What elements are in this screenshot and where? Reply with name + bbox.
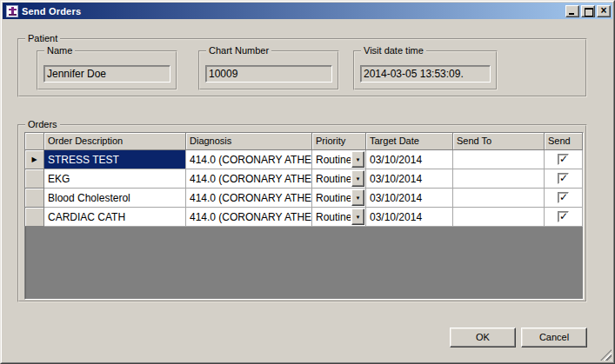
table-row: ▶STRESS TEST414.0 (CORONARY ATHE...Routi… (25, 150, 583, 169)
chart-number-field[interactable]: 10009 (205, 65, 332, 83)
order-description-cell[interactable]: EKG (44, 169, 186, 189)
table-row: CARDIAC CATH414.0 (CORONARY ATHE...Routi… (25, 208, 583, 227)
priority-value: Routine (312, 189, 351, 207)
minimize-icon[interactable] (565, 5, 579, 17)
chevron-down-icon: ▼ (356, 157, 361, 162)
priority-combobox[interactable]: Routine▼ (312, 208, 366, 227)
priority-value: Routine (312, 150, 351, 169)
close-icon[interactable] (597, 5, 611, 17)
order-description-cell[interactable]: STRESS TEST (44, 150, 186, 169)
send-orders-dialog: Send Orders Patient Name Jennifer Doe Ch… (0, 0, 615, 364)
priority-dropdown-button[interactable]: ▼ (351, 189, 364, 206)
window-title: Send Orders (22, 6, 564, 17)
cancel-button[interactable]: Cancel (521, 328, 587, 347)
send-to-cell[interactable] (453, 150, 545, 169)
chevron-down-icon: ▼ (356, 176, 361, 182)
chevron-down-icon: ▼ (356, 215, 361, 220)
send-checkbox[interactable] (558, 192, 569, 203)
priority-dropdown-button[interactable]: ▼ (351, 208, 364, 225)
send-checkbox[interactable] (558, 154, 569, 165)
patient-group: Patient Name Jennifer Doe Chart Number 1… (17, 38, 587, 97)
target-date-cell[interactable]: 03/10/2014 (366, 189, 453, 208)
order-description-cell[interactable]: Blood Cholesterol (44, 189, 186, 208)
chart-number-label: Chart Number (206, 45, 271, 56)
visit-date-time-label: Visit date time (361, 45, 426, 56)
priority-value: Routine (312, 169, 351, 188)
column-header[interactable]: Send To (453, 133, 545, 150)
visit-date-time-field[interactable]: 2014-03-05 13:53:09. (360, 65, 491, 83)
target-date-cell[interactable]: 03/10/2014 (366, 150, 453, 169)
column-header[interactable]: Target Date (366, 133, 453, 150)
send-to-cell[interactable] (453, 189, 545, 208)
row-selector[interactable]: ▶ (25, 150, 44, 169)
column-header[interactable]: Diagnosis (186, 133, 312, 150)
order-description-cell[interactable]: CARDIAC CATH (44, 208, 186, 227)
orders-group-label: Orders (25, 119, 60, 130)
row-selector[interactable] (25, 169, 44, 189)
send-cell[interactable] (545, 150, 583, 169)
diagnosis-cell[interactable]: 414.0 (CORONARY ATHE... (186, 189, 312, 208)
send-checkbox[interactable] (558, 173, 569, 184)
send-checkbox[interactable] (558, 211, 569, 222)
target-date-cell[interactable]: 03/10/2014 (366, 169, 453, 189)
patient-group-label: Patient (25, 33, 60, 44)
priority-dropdown-button[interactable]: ▼ (351, 151, 364, 168)
row-marker-header[interactable] (25, 133, 44, 150)
selected-row-arrow-icon: ▶ (31, 156, 37, 163)
name-label: Name (44, 45, 75, 56)
row-selector[interactable] (25, 208, 44, 227)
column-header[interactable]: Priority (312, 133, 366, 150)
ok-button[interactable]: OK (450, 328, 516, 347)
title-bar[interactable]: Send Orders (3, 3, 612, 19)
send-cell[interactable] (545, 169, 583, 189)
priority-value: Routine (312, 208, 351, 226)
priority-dropdown-button[interactable]: ▼ (351, 170, 364, 187)
table-row: Blood Cholesterol414.0 (CORONARY ATHE...… (25, 189, 583, 208)
diagnosis-cell[interactable]: 414.0 (CORONARY ATHE... (186, 169, 312, 189)
column-header[interactable]: Send (545, 133, 583, 150)
visit-date-time-group: Visit date time 2014-03-05 13:53:09. (353, 50, 498, 90)
orders-group: Orders Order DescriptionDiagnosisPriorit… (17, 124, 587, 302)
send-cell[interactable] (545, 189, 583, 208)
priority-combobox[interactable]: Routine▼ (312, 189, 366, 208)
grid-header-row: Order DescriptionDiagnosisPriorityTarget… (25, 133, 583, 150)
dialog-frame: Send Orders Patient Name Jennifer Doe Ch… (1, 1, 614, 363)
send-to-cell[interactable] (453, 208, 545, 227)
maximize-icon[interactable] (581, 5, 595, 17)
chevron-down-icon: ▼ (356, 195, 361, 201)
priority-combobox[interactable]: Routine▼ (312, 169, 366, 189)
send-cell[interactable] (545, 208, 583, 227)
medical-cross-icon (6, 5, 18, 17)
target-date-cell[interactable]: 03/10/2014 (366, 208, 453, 227)
row-selector[interactable] (25, 189, 44, 208)
diagnosis-cell[interactable]: 414.0 (CORONARY ATHE... (186, 150, 312, 169)
resize-grip[interactable] (600, 349, 612, 361)
send-to-cell[interactable] (453, 169, 545, 189)
priority-combobox[interactable]: Routine▼ (312, 150, 366, 169)
orders-grid[interactable]: Order DescriptionDiagnosisPriorityTarget… (24, 132, 584, 300)
column-header[interactable]: Order Description (44, 133, 186, 150)
name-group: Name Jennifer Doe (37, 50, 177, 90)
chart-number-group: Chart Number 10009 (198, 50, 339, 90)
diagnosis-cell[interactable]: 414.0 (CORONARY ATHE... (186, 208, 312, 227)
patient-name-field[interactable]: Jennifer Doe (43, 65, 170, 83)
table-row: EKG414.0 (CORONARY ATHE...Routine▼03/10/… (25, 169, 583, 189)
